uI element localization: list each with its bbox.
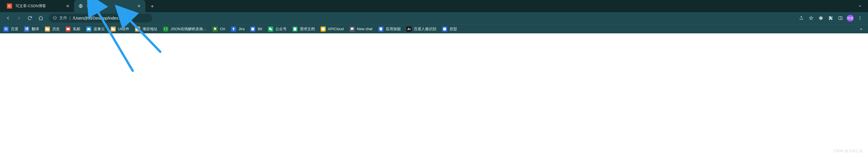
reload-button[interactable] bbox=[25, 14, 34, 23]
back-button[interactable] bbox=[3, 14, 13, 23]
sheet-icon bbox=[292, 26, 298, 32]
globe-icon bbox=[78, 3, 83, 9]
bookmark-item[interactable]: ✱OA bbox=[213, 26, 225, 32]
svg-point-5 bbox=[860, 19, 861, 20]
bookmark-item[interactable]: 白百度 bbox=[3, 26, 19, 32]
toolbar: 文件 | /Users/jhxl/Desktop/index.html 双世 bbox=[0, 12, 868, 24]
svg-rect-2 bbox=[839, 17, 842, 20]
puzzle-icon[interactable] bbox=[826, 14, 835, 23]
jira-icon bbox=[231, 26, 236, 32]
favicon-csdn: C bbox=[7, 3, 12, 9]
extension-icon[interactable] bbox=[816, 14, 826, 23]
bookmark-item[interactable]: JSON在线解析及格… bbox=[163, 26, 207, 32]
svg-rect-6 bbox=[252, 28, 254, 30]
expand-icon[interactable] bbox=[855, 1, 865, 11]
bookmark-item[interactable]: 项目地址 bbox=[135, 26, 157, 32]
bit-icon bbox=[250, 26, 255, 32]
bookmark-label: 项目地址 bbox=[143, 26, 157, 32]
bookmark-item[interactable]: Jira bbox=[231, 26, 244, 32]
bookmark-item[interactable]: Bit bbox=[250, 26, 262, 32]
bookmark-label: 百度 bbox=[11, 26, 19, 32]
forward-button[interactable] bbox=[14, 14, 24, 23]
folder-icon bbox=[45, 26, 50, 32]
svg-rect-11 bbox=[443, 28, 446, 30]
address-prefix: 文件 bbox=[59, 16, 67, 21]
folder-icon bbox=[135, 26, 140, 32]
profile-button[interactable]: 双世 bbox=[846, 14, 855, 23]
profile-badge: 双世 bbox=[847, 15, 854, 22]
bookmark-label: 百度人脸识别 bbox=[414, 26, 436, 32]
bookmark-item[interactable]: AI百度人脸识别 bbox=[406, 26, 436, 32]
bookmark-item[interactable]: 译翻译 bbox=[24, 26, 39, 32]
bookmark-item[interactable]: 历史 bbox=[45, 26, 60, 32]
info-icon[interactable] bbox=[53, 16, 57, 21]
bookmark-item[interactable]: 原型 bbox=[442, 26, 457, 32]
bookmark-label: JSON在线解析及格… bbox=[170, 26, 207, 32]
share-icon[interactable] bbox=[797, 14, 806, 23]
bookmark-label: 公众号 bbox=[275, 26, 287, 32]
bookmark-label: 应用加固 bbox=[386, 26, 401, 32]
menu-icon[interactable] bbox=[855, 14, 865, 23]
svg-rect-12 bbox=[444, 28, 445, 29]
bookmark-label: OA bbox=[220, 27, 225, 31]
folder-icon bbox=[111, 26, 116, 32]
bookmark-label: Jira bbox=[239, 27, 244, 31]
svg-point-3 bbox=[860, 17, 861, 17]
bookmark-label: APICloud bbox=[328, 27, 344, 31]
api-icon bbox=[320, 26, 326, 32]
tab-title: 写文章-CSDN博客 bbox=[16, 3, 62, 9]
bookmark-label: UI组件 bbox=[118, 26, 129, 32]
panel-icon[interactable] bbox=[836, 14, 845, 23]
chat-icon bbox=[349, 26, 355, 32]
bookmark-item[interactable]: 公众号 bbox=[268, 26, 287, 32]
svg-point-4 bbox=[860, 18, 861, 19]
bookmark-label: 私邮 bbox=[73, 26, 81, 32]
wechat-icon bbox=[268, 26, 273, 32]
tab-strip: C 写文章-CSDN博客 ✕ 我的相册 ✕ ＋ bbox=[0, 0, 868, 12]
new-tab-button[interactable]: ＋ bbox=[148, 1, 157, 11]
bookmark-item[interactable]: 应用加固 bbox=[378, 26, 401, 32]
bookmark-label: New chat bbox=[357, 27, 373, 31]
window-controls bbox=[855, 0, 865, 12]
bookmark-overflow-button[interactable]: » bbox=[858, 27, 865, 31]
close-icon[interactable]: ✕ bbox=[65, 4, 70, 8]
watermark-text: CSDN @几何心凉 bbox=[833, 149, 863, 154]
bookmark-item[interactable]: 私邮 bbox=[65, 26, 81, 32]
proto-icon bbox=[442, 26, 447, 32]
mail-icon bbox=[65, 26, 71, 32]
star-icon[interactable] bbox=[807, 14, 816, 23]
bookmark-item[interactable]: APICloud bbox=[320, 26, 344, 32]
bookmark-item[interactable]: 需求文档 bbox=[292, 26, 315, 32]
bookmark-label: 需求文档 bbox=[300, 26, 315, 32]
bookmark-label: Bit bbox=[258, 27, 262, 31]
tab-title: 我的相册 bbox=[87, 3, 133, 9]
json-icon bbox=[163, 26, 168, 32]
bookmark-item[interactable]: 蓝奏云 bbox=[86, 26, 105, 32]
toolbar-right: 双世 bbox=[797, 14, 865, 23]
shield-icon bbox=[378, 26, 383, 32]
bookmark-item[interactable]: UI组件 bbox=[111, 26, 129, 32]
bookmark-label: 历史 bbox=[52, 26, 60, 32]
tab-csdn[interactable]: C 写文章-CSDN博客 ✕ bbox=[3, 0, 74, 12]
bookmark-label: 原型 bbox=[450, 26, 457, 32]
svg-point-8 bbox=[270, 28, 272, 30]
bookmark-item[interactable]: New chat bbox=[349, 26, 373, 32]
bookmark-icon: AI bbox=[406, 26, 412, 32]
close-icon[interactable]: ✕ bbox=[137, 4, 141, 8]
bookmark-label: 翻译 bbox=[32, 26, 39, 32]
tab-my-album[interactable]: 我的相册 ✕ bbox=[74, 0, 145, 12]
svg-point-10 bbox=[321, 27, 324, 30]
bookmark-icon: ✱ bbox=[213, 26, 218, 32]
address-bar[interactable]: 文件 | /Users/jhxl/Desktop/index.html bbox=[49, 14, 152, 22]
bookmark-icon: 白 bbox=[3, 26, 9, 32]
bookmark-label: 蓝奏云 bbox=[94, 26, 105, 32]
page-content: CSDN @几何心凉 bbox=[0, 33, 868, 157]
bookmark-bar: 白百度译翻译历史私邮蓝奏云UI组件项目地址JSON在线解析及格…✱OAJiraB… bbox=[0, 24, 868, 33]
home-button[interactable] bbox=[36, 14, 45, 23]
address-path: /Users/jhxl/Desktop/index.html bbox=[73, 16, 148, 20]
bookmark-icon: 译 bbox=[24, 26, 29, 32]
address-separator: | bbox=[69, 16, 71, 20]
cloud-icon bbox=[86, 26, 91, 32]
